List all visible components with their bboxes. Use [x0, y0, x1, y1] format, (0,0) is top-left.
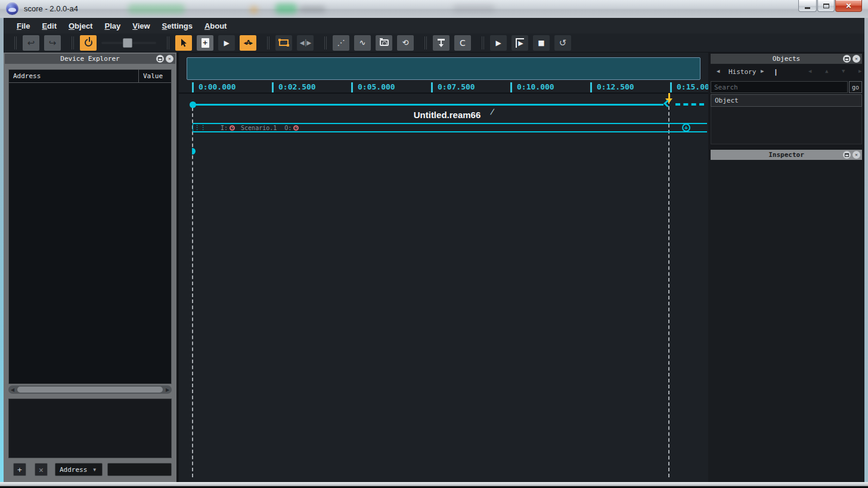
- history-bar: ◀ History ▶ | ◀ ▲ ▼ ▶: [711, 66, 862, 79]
- window-title: score - 2.0.0-a4: [24, 4, 78, 13]
- interval-name[interactable]: Untitled.ream66: [358, 110, 537, 120]
- close-icon: ✕: [855, 56, 858, 61]
- float-panel-button[interactable]: [843, 151, 851, 159]
- add-process-button[interactable]: +: [682, 123, 690, 132]
- menu-object[interactable]: Object: [63, 20, 98, 32]
- device-explorer-header[interactable]: Device Explorer ✕: [5, 54, 175, 64]
- transport-stop-button[interactable]: ■: [533, 35, 550, 51]
- inspector-body: [708, 160, 864, 482]
- column-header-value[interactable]: Value: [139, 70, 171, 82]
- objects-list[interactable]: [711, 107, 862, 144]
- ruler-tick: 0:12.500: [590, 82, 634, 92]
- maximize-button[interactable]: [817, 0, 835, 12]
- start-timesync-line[interactable]: [192, 107, 193, 477]
- scrollbar-thumb[interactable]: [17, 387, 163, 393]
- slider-handle[interactable]: [123, 38, 132, 48]
- cursor-icon: [179, 38, 188, 48]
- title-bar[interactable]: score - 2.0.0-a4 ✕: [0, 0, 868, 18]
- horizontal-scrollbar[interactable]: ◀ ▶: [8, 385, 172, 394]
- table-header-row: Address Value: [9, 70, 171, 83]
- end-timesync-line[interactable]: [668, 94, 669, 477]
- close-icon: ✕: [845, 2, 851, 10]
- device-explorer-panel: Device Explorer ✕ Address Value ◀ ▶ +: [4, 52, 176, 482]
- sequence-mode-button[interactable]: [275, 35, 292, 51]
- glass-artifact: [299, 6, 326, 13]
- ruler-tick: 0:10.000: [510, 82, 554, 92]
- menu-view[interactable]: View: [126, 20, 156, 32]
- scenario-slot[interactable]: ⋮⋮ I: Scenario.1 O:: [193, 123, 707, 132]
- nav-left-icon[interactable]: ◀: [808, 68, 811, 74]
- history-label: History: [728, 68, 756, 76]
- nav-right-icon[interactable]: ▶: [858, 68, 861, 74]
- close-panel-button[interactable]: ✕: [852, 151, 860, 159]
- interval-line[interactable]: [193, 104, 664, 106]
- app-logo-icon: [6, 2, 18, 15]
- record-icon: ⟲: [402, 38, 409, 47]
- reinitialize-icon: ↺: [559, 38, 567, 48]
- remove-device-button[interactable]: ✕: [35, 463, 48, 476]
- play-from-start-button[interactable]: ▶: [512, 35, 528, 51]
- objects-list-header[interactable]: Object: [711, 94, 862, 107]
- timeline-minimap[interactable]: [187, 57, 700, 80]
- condition-icon: C: [460, 38, 466, 48]
- input-port-icon[interactable]: [230, 125, 235, 131]
- reinitialize-button[interactable]: ↺: [554, 35, 571, 51]
- split-icon: ◀│▶: [300, 39, 311, 46]
- split-mode-button[interactable]: ◀│▶: [297, 35, 314, 51]
- ruler-tick: 0:02.500: [272, 82, 316, 92]
- play-from-start-icon: ▶: [516, 38, 523, 48]
- select-tool-button[interactable]: [175, 35, 192, 51]
- column-header-address[interactable]: Address: [9, 70, 139, 82]
- close-panel-button[interactable]: ✕: [166, 55, 173, 63]
- transport-play-button[interactable]: ▶: [490, 35, 507, 51]
- slot-name[interactable]: Scenario.1: [241, 125, 277, 131]
- address-filter-dropdown[interactable]: Address ▼: [55, 463, 103, 476]
- close-button[interactable]: ✕: [835, 0, 862, 12]
- history-prev-icon[interactable]: ◀: [717, 68, 720, 74]
- add-device-button[interactable]: +: [13, 463, 26, 476]
- minimize-button[interactable]: [798, 0, 817, 12]
- menu-settings[interactable]: Settings: [156, 20, 199, 32]
- glass-artifact: [250, 7, 258, 13]
- menu-file[interactable]: File: [11, 20, 36, 32]
- menu-about[interactable]: About: [199, 20, 233, 32]
- state-marker[interactable]: [192, 148, 196, 155]
- toolbar-separator: [267, 36, 269, 50]
- nav-down-icon[interactable]: ▼: [842, 68, 845, 74]
- undo-button[interactable]: ↩: [23, 35, 39, 51]
- objects-panel-header[interactable]: Objects ✕: [711, 54, 862, 64]
- float-panel-button[interactable]: [843, 55, 851, 63]
- curve-mode-button[interactable]: ∿: [354, 35, 371, 51]
- close-panel-button[interactable]: ✕: [852, 55, 860, 63]
- app-window: score - 2.0.0-a4 ✕ File Edit Object Play…: [0, 0, 868, 488]
- time-ruler[interactable]: 0:00.000 0:02.500 0:05.000 0:07.500 0:10…: [179, 81, 709, 94]
- play-tool-button[interactable]: ▶: [218, 35, 235, 51]
- redo-button[interactable]: ↪: [44, 35, 61, 51]
- slot-drag-handle[interactable]: ⋮⋮: [194, 125, 206, 130]
- float-panel-button[interactable]: [156, 55, 164, 63]
- lock-mode-button[interactable]: ◂A▸: [240, 35, 256, 51]
- filter-input[interactable]: [107, 463, 172, 476]
- output-port-icon[interactable]: [293, 125, 299, 131]
- remove-icon: ✕: [39, 465, 44, 474]
- enable-listening-button[interactable]: [80, 35, 97, 51]
- refresh-snapshot-button[interactable]: ⟲: [397, 35, 414, 51]
- scroll-right-icon[interactable]: ▶: [163, 387, 172, 393]
- play-icon: ▶: [224, 39, 229, 47]
- add-trigger-button[interactable]: [433, 35, 450, 51]
- search-input[interactable]: [711, 81, 848, 93]
- snapshot-button[interactable]: [376, 35, 392, 51]
- menu-edit[interactable]: Edit: [36, 20, 63, 32]
- snapshot-parameters-button[interactable]: ⋰: [333, 35, 349, 51]
- volume-slider[interactable]: [101, 35, 156, 51]
- history-next-icon[interactable]: ▶: [761, 68, 764, 74]
- scroll-left-icon[interactable]: ◀: [8, 387, 17, 393]
- play-icon: ▶: [495, 39, 501, 47]
- inspector-panel-header[interactable]: Inspector ✕: [711, 150, 862, 160]
- nav-up-icon[interactable]: ▲: [825, 68, 828, 74]
- search-go-button[interactable]: go: [849, 81, 862, 93]
- create-tool-button[interactable]: +: [197, 35, 213, 51]
- glass-artifact: [128, 4, 185, 14]
- add-condition-button[interactable]: C: [454, 35, 471, 51]
- menu-play[interactable]: Play: [98, 20, 126, 32]
